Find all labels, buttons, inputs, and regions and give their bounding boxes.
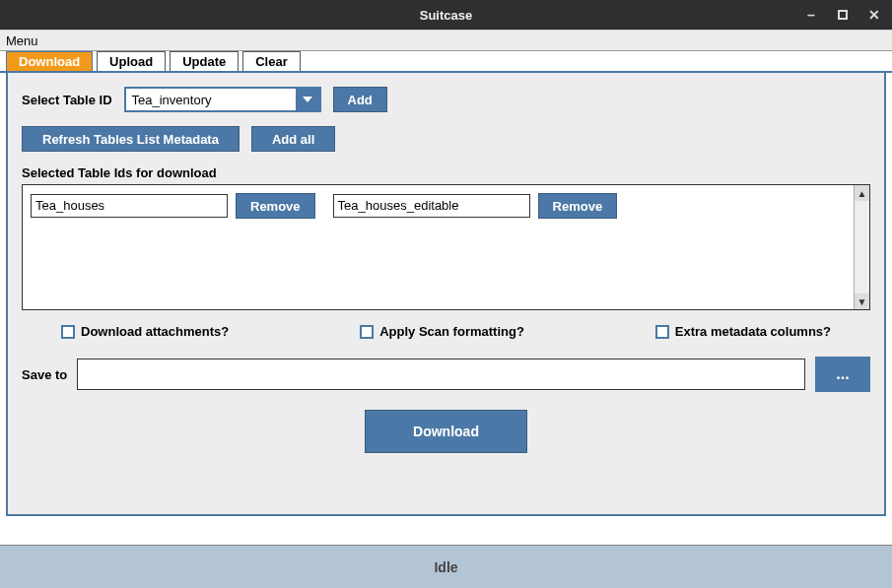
tab-clear[interactable]: Clear <box>242 51 301 71</box>
selected-table-name: Tea_houses <box>31 194 228 218</box>
table-id-select[interactable]: Tea_inventory <box>124 87 321 112</box>
select-table-row: Select Table ID Tea_inventory Add <box>22 87 870 112</box>
save-to-row: Save to ... <box>22 357 870 392</box>
tab-row: Download Upload Update Clear <box>0 51 892 73</box>
options-row: Download attachments? Apply Scan formatt… <box>22 310 870 345</box>
selected-table-name: Tea_houses_editable <box>333 194 530 218</box>
scroll-up-icon[interactable]: ▲ <box>855 185 869 201</box>
remove-button[interactable]: Remove <box>538 193 618 219</box>
table-id-value: Tea_inventory <box>126 89 296 110</box>
status-text: Idle <box>434 559 457 575</box>
close-icon[interactable]: ✕ <box>864 5 884 25</box>
save-to-label: Save to <box>22 367 67 382</box>
refresh-metadata-button[interactable]: Refresh Tables List Metadata <box>22 126 240 152</box>
tab-download[interactable]: Download <box>6 51 93 71</box>
checkbox-icon <box>655 325 669 339</box>
extra-metadata-checkbox[interactable]: Extra metadata columns? <box>655 324 831 339</box>
apply-scan-label: Apply Scan formatting? <box>379 324 524 339</box>
menubar: Menu <box>0 30 892 51</box>
minimize-icon[interactable]: – <box>801 5 821 25</box>
chevron-down-icon[interactable] <box>296 89 319 110</box>
status-bar: Idle <box>0 545 892 588</box>
checkbox-icon <box>61 325 75 339</box>
window-title: Suitcase <box>0 8 892 23</box>
selected-tables-list: Tea_houses Remove Tea_houses_editable Re… <box>22 184 870 310</box>
select-table-label: Select Table ID <box>22 93 112 107</box>
remove-button[interactable]: Remove <box>236 193 315 219</box>
browse-button[interactable]: ... <box>815 357 870 392</box>
menu-item-menu[interactable]: Menu <box>6 33 38 48</box>
list-scrollbar[interactable]: ▲ ▼ <box>854 185 869 309</box>
selected-tables-content: Tea_houses Remove Tea_houses_editable Re… <box>23 185 854 309</box>
download-button[interactable]: Download <box>365 410 527 453</box>
download-button-row: Download <box>22 410 870 453</box>
apply-scan-formatting-checkbox[interactable]: Apply Scan formatting? <box>360 324 524 339</box>
scroll-down-icon[interactable]: ▼ <box>855 294 869 309</box>
download-attachments-label: Download attachments? <box>81 324 229 339</box>
save-to-input[interactable] <box>77 359 805 390</box>
window-controls: – ✕ <box>801 5 884 25</box>
tab-update[interactable]: Update <box>170 51 239 71</box>
checkbox-icon <box>360 325 374 339</box>
extra-metadata-label: Extra metadata columns? <box>675 324 831 339</box>
list-item: Tea_houses_editable Remove <box>333 193 618 219</box>
meta-buttons-row: Refresh Tables List Metadata Add all <box>22 126 870 152</box>
selected-tables-label: Selected Table Ids for download <box>22 165 870 180</box>
add-button[interactable]: Add <box>333 87 387 112</box>
add-all-button[interactable]: Add all <box>251 126 335 152</box>
window-titlebar: Suitcase – ✕ <box>0 0 892 30</box>
tab-upload[interactable]: Upload <box>97 51 166 71</box>
svg-marker-0 <box>303 97 312 102</box>
download-panel: Select Table ID Tea_inventory Add Refres… <box>6 73 886 516</box>
download-attachments-checkbox[interactable]: Download attachments? <box>61 324 229 339</box>
list-item: Tea_houses Remove <box>31 193 315 219</box>
restore-icon[interactable] <box>833 5 853 25</box>
